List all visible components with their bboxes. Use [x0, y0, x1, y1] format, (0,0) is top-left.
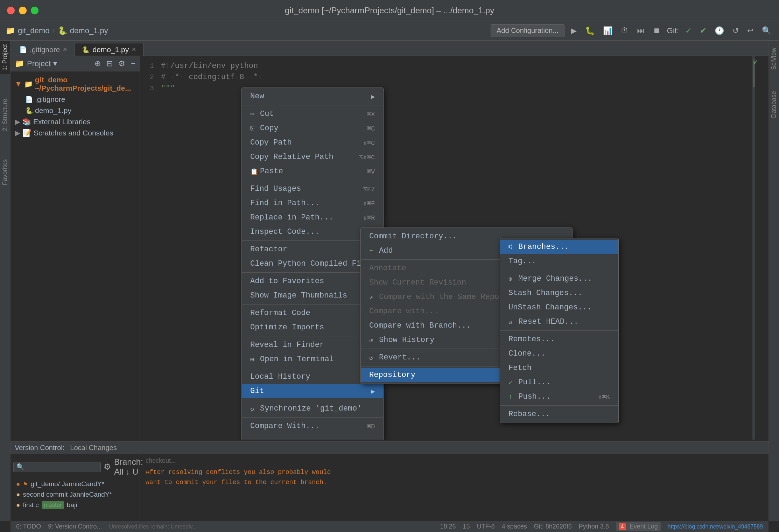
repo-merge[interactable]: ⊕ Merge Changes...: [500, 272, 618, 286]
menu-find-in-path[interactable]: Find in Path... ⇧⌘F: [242, 196, 383, 210]
menu-paste[interactable]: 📋 Paste ⌘V: [242, 164, 383, 178]
menu-copy[interactable]: ⎘ Copy ⌘C: [242, 121, 383, 135]
add-configuration-button[interactable]: Add Configuration...: [491, 24, 564, 37]
menu-compare-with[interactable]: Compare With... ⌘D: [242, 419, 383, 433]
repo-unstash[interactable]: UnStash Changes...: [500, 300, 618, 315]
step-icon[interactable]: ⏭: [635, 25, 647, 37]
event-log-item[interactable]: 4 Event Log: [616, 522, 661, 531]
menu-mark-directory[interactable]: Mark Directory as ▶: [242, 436, 383, 440]
collapse-icon[interactable]: ⊟: [106, 59, 113, 68]
todo-item[interactable]: 6: TODO: [16, 523, 41, 530]
menu-git[interactable]: Git ▶: [242, 384, 383, 398]
stop-icon[interactable]: ⏹: [651, 25, 663, 37]
repo-rebase[interactable]: Rebase...: [500, 407, 618, 421]
repo-remotes[interactable]: Remotes...: [500, 332, 618, 346]
tabs-bar: 📄 .gitignore ✕ 🐍 demo_1.py ✕: [10, 41, 769, 56]
breadcrumb-file[interactable]: demo_1.py: [70, 26, 108, 35]
debug-icon[interactable]: 🐛: [583, 25, 597, 37]
vc-item-status[interactable]: 9: Version Contro...: [48, 523, 102, 530]
encoding-label[interactable]: UTF-8: [477, 523, 495, 530]
add-icon[interactable]: ⊕: [94, 59, 101, 68]
fetch-label: Fetch: [508, 364, 532, 372]
tab-gitignore-close[interactable]: ✕: [63, 46, 67, 53]
project-sidebar: 📁 Project ▾ ⊕ ⊟ ⚙ − ▼ 📁 git_demo ~/Pycha…: [10, 56, 140, 440]
menu-copy-relative-path[interactable]: Copy Relative Path ⌥⇧⌘C: [242, 150, 383, 164]
git-check-icon[interactable]: ✓: [683, 25, 694, 37]
demo-py-tree-label: demo_1.py: [35, 106, 71, 115]
python-label[interactable]: Python 3.8: [579, 523, 609, 530]
tree-demo-py[interactable]: 🐍 demo_1.py: [10, 105, 140, 116]
vc-settings-icon[interactable]: ⚙: [104, 462, 111, 472]
sidebar-item-favorites[interactable]: Favorites: [0, 156, 10, 189]
baji-label: baji: [67, 501, 77, 509]
tree-external-libs[interactable]: ▶ 📚 External Libraries: [10, 116, 140, 127]
clone-label: Clone...: [508, 349, 546, 358]
gitignore-label: .gitignore: [35, 95, 65, 104]
repo-push[interactable]: ↑ Push... ⇧⌘K: [500, 390, 618, 404]
vc-commit-1[interactable]: ● ⚑ git_demo/ JannieCandY*: [13, 479, 137, 489]
run-icon[interactable]: ▶: [569, 25, 579, 37]
repo-tag[interactable]: Tag...: [500, 254, 618, 268]
git-undo-icon[interactable]: ↩: [745, 25, 756, 37]
tab-gitignore[interactable]: 📄 .gitignore ✕: [12, 43, 75, 56]
scratch-icon: 📝: [22, 129, 31, 137]
repo-clone[interactable]: Clone...: [500, 346, 618, 361]
refactor-label: Refactor: [250, 245, 287, 254]
sidebar-item-project[interactable]: 1: Project: [0, 41, 10, 74]
sidebar-item-structure[interactable]: 2: Structure: [0, 95, 10, 135]
cut-icon: ✂: [250, 110, 257, 118]
line-content-2[interactable]: # -*- coding:utf-8 -*-: [161, 73, 262, 82]
sciview-label[interactable]: SciView: [769, 44, 779, 74]
find-usages-label: Find Usages: [250, 184, 301, 193]
tree-root[interactable]: ▼ 📁 git_demo ~/PycharmProjects/git_de...: [10, 74, 140, 94]
tree-scratches[interactable]: ▶ 📝 Scratches and Consoles: [10, 127, 140, 139]
repo-reset-head[interactable]: ↺ Reset HEAD...: [500, 315, 618, 329]
git-revert-icon[interactable]: ↺: [730, 25, 741, 37]
search-icon[interactable]: 🔍: [760, 25, 773, 37]
coverage-icon[interactable]: 📊: [601, 25, 615, 37]
close-button[interactable]: [7, 7, 15, 14]
repo-fetch[interactable]: Fetch: [500, 361, 618, 375]
pull-icon: ✓: [508, 379, 515, 386]
breadcrumb-project[interactable]: git_demo: [18, 26, 50, 35]
menu-copy-path[interactable]: Copy Path ⇧⌘C: [242, 135, 383, 150]
git-history-icon[interactable]: 🕐: [713, 25, 726, 37]
line-content-1[interactable]: #!/usr/bin/env python: [161, 62, 258, 70]
database-label[interactable]: Database: [769, 88, 779, 121]
position-label: 18:26: [440, 523, 456, 530]
menu-find-usages[interactable]: Find Usages ⌥F7: [242, 182, 383, 196]
vc-search-input[interactable]: [13, 462, 101, 472]
tree-gitignore[interactable]: 📄 .gitignore: [10, 94, 140, 105]
remotes-label: Remotes...: [508, 335, 555, 344]
vc-commit-3[interactable]: ● first c master baji: [13, 500, 137, 510]
show-revision-label: Show Current Revision: [369, 278, 466, 287]
menu-synchronize[interactable]: ↻ Synchronize 'git_demo': [242, 401, 383, 416]
url-label[interactable]: https://blog.csdn.net/weixin_49487589: [668, 524, 763, 530]
profile-icon[interactable]: ⏱: [619, 25, 631, 37]
tab-demo-py-close[interactable]: ✕: [132, 46, 136, 53]
scrollbar-track[interactable]: [752, 56, 755, 440]
copy-shortcut: ⌘C: [367, 124, 375, 133]
repo-pull[interactable]: ✓ Pull...: [500, 375, 618, 390]
menu-new[interactable]: New ▶: [242, 89, 383, 104]
compare-repo-icon: ↗: [369, 293, 376, 301]
maximize-button[interactable]: [31, 7, 38, 14]
tab-demo-py[interactable]: 🐍 demo_1.py ✕: [75, 43, 143, 56]
reset-icon: ↺: [508, 318, 515, 326]
repo-stash[interactable]: Stash Changes...: [500, 286, 618, 300]
commit-2-text: second commit JannieCandY*: [23, 491, 112, 498]
reset-label: ↺ Reset HEAD...: [508, 317, 578, 326]
vc-tab-local[interactable]: Local Changes: [70, 444, 117, 452]
git-tick-icon[interactable]: ✔: [698, 25, 708, 37]
minimize-panel-icon[interactable]: −: [131, 59, 135, 68]
indent-label[interactable]: 4 spaces: [502, 523, 527, 530]
line-content-3[interactable]: """: [161, 84, 175, 93]
menu-cut[interactable]: ✂ Cut ⌘X: [242, 107, 383, 121]
new-submenu-arrow: ▶: [371, 93, 375, 100]
terminal-icon: ⊞: [250, 356, 257, 363]
settings-icon[interactable]: ⚙: [118, 59, 125, 68]
minimize-button[interactable]: [19, 7, 27, 14]
menu-replace-in-path[interactable]: Replace in Path... ⇧⌘R: [242, 210, 383, 225]
repo-branches[interactable]: ⑆ Branches...: [500, 240, 618, 254]
vc-commit-2[interactable]: ● second commit JannieCandY*: [13, 489, 137, 500]
